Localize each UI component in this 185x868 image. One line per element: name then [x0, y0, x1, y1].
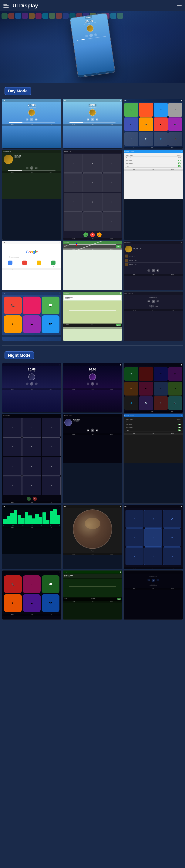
hero-next[interactable]: ▶▶: [94, 33, 97, 36]
night-m1-b2[interactable]: APK: [31, 389, 33, 390]
day-m1-email[interactable]: EMAIL: [11, 124, 14, 125]
night-arrow-u[interactable]: ↑: [144, 510, 162, 528]
day-btm-prev[interactable]: ◀◀: [26, 167, 28, 169]
night-key-star[interactable]: *: [3, 476, 22, 495]
day-bts-toggle-power[interactable]: [178, 165, 181, 167]
night-arrow-ul[interactable]: ↖: [126, 510, 143, 528]
night-np-play[interactable]: ▶: [152, 579, 155, 582]
day-np-b3[interactable]: AUTO: [171, 310, 174, 311]
day-m2-prev[interactable]: ◀◀: [87, 118, 89, 121]
day-launcher-home[interactable]: ⌂: [133, 147, 134, 148]
day-social-next[interactable]: ▶|: [157, 269, 159, 272]
day-btm-next[interactable]: ▶▶: [35, 167, 37, 169]
night-app-9[interactable]: 🌐: [125, 396, 138, 410]
day-key-3[interactable]: 3: [103, 154, 122, 173]
night-bts-toggle-power[interactable]: [178, 430, 181, 431]
night-arrow-l[interactable]: ←: [126, 528, 143, 546]
night-nav-r-b2[interactable]: APK: [92, 601, 94, 602]
night-bts-toggle-answer[interactable]: [178, 424, 181, 425]
night-key-6[interactable]: 6: [42, 437, 60, 456]
hero-bottom-apk[interactable]: APK: [96, 73, 98, 74]
day-m2-apk[interactable]: APK: [92, 124, 94, 125]
day-key-6[interactable]: 6: [103, 173, 122, 192]
night-btm-b3[interactable]: AUTO: [110, 434, 113, 435]
hero-prev[interactable]: ◀◀: [85, 34, 88, 37]
night-m1-b3[interactable]: AUTO: [50, 389, 52, 390]
day-nav-b2[interactable]: APK: [92, 328, 94, 329]
day-m1-auto[interactable]: AUTO: [50, 124, 52, 125]
night-btm-b1[interactable]: EMAIL: [72, 434, 75, 435]
day-social-item-2[interactable]: 华平_对象_2.mp3: [125, 258, 181, 262]
night-appg-b3[interactable]: AUTO: [50, 614, 52, 615]
nav-icon[interactable]: [177, 4, 182, 7]
day-key-2[interactable]: 2: [83, 154, 102, 173]
day-app-photo[interactable]: 📷: [168, 118, 182, 131]
night-key-4[interactable]: 4: [3, 437, 22, 456]
day-key-9[interactable]: 9: [103, 193, 122, 212]
day-map-b3[interactable]: AUTO: [110, 249, 113, 250]
day-bts-b2[interactable]: APK: [153, 169, 154, 170]
night-photo-b2[interactable]: APK: [92, 554, 94, 555]
night-appg-music2[interactable]: ♪: [23, 576, 41, 593]
day-btm-b1[interactable]: EMAIL: [11, 172, 14, 173]
day-appg-phone[interactable]: 📞: [4, 297, 22, 314]
night-key-9[interactable]: 9: [42, 457, 60, 476]
day-key-0[interactable]: 0: [83, 212, 102, 231]
night-btc-end[interactable]: ✕: [33, 497, 37, 501]
day-app-bt[interactable]: BT: [125, 118, 138, 131]
day-social-b3[interactable]: AUTO: [171, 274, 174, 275]
night-m1-play[interactable]: ⏸: [30, 382, 33, 385]
day-bts-toggle-answer[interactable]: [178, 160, 181, 161]
day-app-phone[interactable]: 📞: [125, 103, 138, 117]
day-btm-play[interactable]: ▶: [30, 166, 33, 170]
night-np-b3[interactable]: AUTO: [171, 588, 174, 589]
google-shortcut-2[interactable]: Gmail: [18, 260, 31, 267]
night-launcher-b3[interactable]: AUTO: [171, 411, 174, 412]
night-app-12[interactable]: 📷: [168, 396, 182, 410]
day-appg-b2[interactable]: APK: [31, 335, 33, 337]
day-app-12[interactable]: 📱: [168, 132, 182, 146]
day-social-play[interactable]: ⏸: [152, 269, 155, 272]
day-appg-music2[interactable]: ♪: [23, 297, 41, 314]
night-eq-b1[interactable]: EMAIL: [11, 527, 14, 528]
day-btm-b2[interactable]: APK: [31, 172, 33, 173]
night-m2-b1[interactable]: EMAIL: [72, 389, 75, 390]
night-btm-next[interactable]: ▶▶: [96, 429, 98, 432]
day-key-7[interactable]: 7: [63, 193, 82, 212]
night-bts-b2[interactable]: APK: [153, 433, 154, 434]
day-m1-prev[interactable]: ◀◀: [26, 118, 28, 121]
day-app-video[interactable]: ▶: [154, 118, 168, 131]
night-btm-play[interactable]: ▶: [91, 429, 94, 432]
day-m1-next[interactable]: ▶▶: [35, 118, 37, 121]
night-appg-maps[interactable]: 🗺: [42, 594, 59, 612]
night-arrow-dl[interactable]: ↙: [126, 547, 143, 565]
day-m2-email[interactable]: EMAIL: [72, 124, 75, 125]
night-key-0[interactable]: 0: [22, 476, 41, 495]
day-bts-b1[interactable]: EMAIL: [133, 169, 136, 170]
night-m2-b2[interactable]: APK: [92, 389, 94, 390]
night-btm-prev[interactable]: ◀◀: [87, 429, 89, 432]
night-key-8[interactable]: 8: [22, 457, 41, 476]
night-appg-podcast[interactable]: 🎙: [4, 594, 22, 612]
day-appg-b3[interactable]: AUTO: [50, 335, 52, 337]
night-key-3[interactable]: 3: [42, 418, 60, 437]
night-arrow-dr[interactable]: ↘: [163, 547, 181, 565]
night-appg-b1[interactable]: EMAIL: [11, 614, 14, 615]
day-np-next[interactable]: ▶▶: [157, 300, 159, 302]
day-app-9[interactable]: 🎵: [125, 132, 138, 146]
day-m1-apk[interactable]: APK: [31, 124, 33, 125]
day-btc-end[interactable]: ✕: [90, 232, 95, 237]
day-np-play[interactable]: ▶: [152, 300, 155, 303]
night-launcher-b1[interactable]: ⌂: [133, 411, 134, 412]
night-m1-prev[interactable]: ◀◀: [26, 382, 28, 385]
night-appg-b2[interactable]: APK: [31, 614, 33, 615]
night-appg-netflix[interactable]: ▶: [23, 594, 41, 612]
day-m2-next[interactable]: ▶▶: [96, 118, 98, 121]
day-btc-mic[interactable]: 🎤: [97, 232, 102, 237]
day-btc-b1[interactable]: EMAIL: [72, 238, 75, 239]
day-bts-toggle-connect[interactable]: [178, 162, 181, 164]
night-eq-b3[interactable]: AUTO: [50, 527, 52, 528]
night-key-hash[interactable]: #: [42, 476, 60, 495]
day-nav-b1[interactable]: EMAIL: [72, 328, 75, 329]
night-np-prev[interactable]: ◀◀: [148, 579, 150, 581]
